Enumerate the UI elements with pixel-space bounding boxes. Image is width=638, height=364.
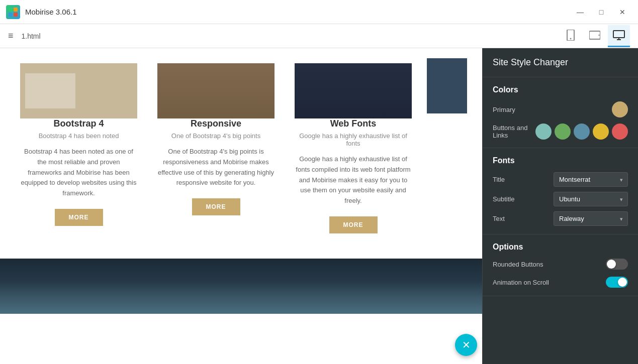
partial-card <box>427 58 467 238</box>
card-3-title: Web Fonts <box>295 118 412 129</box>
fonts-section: Fonts Title Montserrat Roboto Open Sans … <box>483 148 638 234</box>
animation-scroll-label: Animation on Scroll <box>493 279 549 286</box>
rounded-buttons-row: Rounded Buttons <box>493 259 628 270</box>
title-bar-left: Mobirise 3.06.1 <box>6 5 77 19</box>
swatch-blue[interactable] <box>574 124 590 140</box>
rounded-buttons-label: Rounded Buttons <box>493 261 543 268</box>
close-button[interactable]: ✕ <box>613 3 632 22</box>
mobile-view-button[interactable] <box>560 25 582 47</box>
options-section: Options Rounded Buttons Animation on Scr… <box>483 234 638 296</box>
app-title: Mobirise 3.06.1 <box>25 8 77 16</box>
svg-rect-1 <box>14 8 18 12</box>
card-3-body: Google has a highly exhaustive list of f… <box>295 154 412 206</box>
svg-rect-0 <box>9 8 13 12</box>
card-2-body: One of Bootstrap 4's big points is respo… <box>157 147 275 188</box>
main-layout: Bootstrap 4 Bootstrap 4 has been noted B… <box>0 48 638 364</box>
bottom-section <box>0 259 482 314</box>
rounded-buttons-knob <box>607 260 616 269</box>
subtitle-font-label: Subtitle <box>493 195 514 203</box>
app-logo <box>6 5 20 19</box>
animation-scroll-toggle[interactable] <box>606 277 628 288</box>
color-swatches <box>535 124 628 140</box>
card-2-more-button[interactable]: MORE <box>192 198 240 215</box>
svg-point-7 <box>598 35 599 36</box>
text-font-select[interactable]: Raleway Montserrat Ubuntu Roboto Open Sa… <box>554 211 628 226</box>
card-3-more-button[interactable]: MORE <box>329 216 378 233</box>
maximize-button[interactable]: □ <box>592 3 611 22</box>
animation-scroll-knob <box>618 278 627 287</box>
hamburger-menu[interactable]: ≡ <box>8 31 14 41</box>
card-2-title: Responsive <box>157 118 275 129</box>
desktop-view-button[interactable] <box>608 25 630 47</box>
card-1-subtitle: Bootstrap 4 has been noted <box>20 132 137 140</box>
fonts-heading: Fonts <box>493 156 628 165</box>
card-1: Bootstrap 4 Bootstrap 4 has been noted B… <box>15 58 142 238</box>
swatch-yellow[interactable] <box>593 124 609 140</box>
card-3: Web Fonts Google has a highly exhaustive… <box>290 58 417 238</box>
colors-section: Colors Primary Buttons and Links <box>483 77 638 148</box>
title-font-select[interactable]: Montserrat Roboto Open Sans Ubuntu Ralew… <box>554 172 628 187</box>
text-font-row: Text Raleway Montserrat Ubuntu Roboto Op… <box>493 211 628 226</box>
colors-heading: Colors <box>493 85 628 94</box>
card-1-body: Bootstrap 4 has been noted as one of the… <box>20 147 137 199</box>
card-2: Responsive One of Bootstrap 4's big poin… <box>152 58 280 238</box>
subtitle-font-select-wrapper: Ubuntu Montserrat Roboto Open Sans Ralew… <box>554 192 628 206</box>
subtitle-font-row: Subtitle Ubuntu Montserrat Roboto Open S… <box>493 192 628 206</box>
buttons-links-row: Buttons and Links <box>493 124 628 140</box>
subtitle-font-select[interactable]: Ubuntu Montserrat Roboto Open Sans Ralew… <box>554 192 628 206</box>
text-font-select-wrapper: Raleway Montserrat Ubuntu Roboto Open Sa… <box>554 211 628 226</box>
title-bar: Mobirise 3.06.1 — □ ✕ <box>0 0 638 24</box>
card-2-subtitle: One of Bootstrap 4's big points <box>157 132 275 140</box>
card-1-more-button[interactable]: MORE <box>55 209 103 226</box>
minimize-button[interactable]: — <box>571 3 590 22</box>
primary-color-swatch[interactable] <box>612 101 628 117</box>
window-controls: — □ ✕ <box>571 3 632 22</box>
panel-title: Site Style Changer <box>483 48 638 77</box>
swatch-red[interactable] <box>612 124 628 140</box>
title-font-row: Title Montserrat Roboto Open Sans Ubuntu… <box>493 172 628 187</box>
fab-close-icon: ✕ <box>462 339 471 351</box>
cards-section: Bootstrap 4 Bootstrap 4 has been noted B… <box>0 48 482 259</box>
card-1-title: Bootstrap 4 <box>20 118 137 129</box>
tablet-view-button[interactable] <box>584 25 606 47</box>
text-font-label: Text <box>493 215 505 222</box>
card-3-subtitle: Google has a highly exhaustive list of f… <box>295 132 412 147</box>
svg-rect-3 <box>14 13 18 17</box>
partial-card-image <box>427 58 467 113</box>
swatch-teal[interactable] <box>535 124 552 140</box>
fab-close-button[interactable]: ✕ <box>455 334 477 356</box>
card-2-image <box>157 63 275 118</box>
primary-color-row: Primary <box>493 101 628 117</box>
file-name: 1.html <box>22 32 41 40</box>
svg-rect-2 <box>9 13 13 17</box>
card-3-image <box>295 63 412 118</box>
swatch-green[interactable] <box>555 124 571 140</box>
buttons-links-label: Buttons and Links <box>493 124 535 139</box>
device-icons <box>560 25 630 47</box>
svg-rect-8 <box>613 31 624 38</box>
svg-point-5 <box>570 38 572 40</box>
options-heading: Options <box>493 242 628 252</box>
bottom-clouds <box>0 259 482 314</box>
right-panel: Site Style Changer Colors Primary Button… <box>482 48 638 364</box>
primary-label: Primary <box>493 106 515 113</box>
animation-scroll-row: Animation on Scroll <box>493 277 628 288</box>
toolbar: ≡ 1.html <box>0 24 638 48</box>
card-1-image <box>20 63 137 118</box>
title-font-select-wrapper: Montserrat Roboto Open Sans Ubuntu Ralew… <box>554 172 628 187</box>
toolbar-left: ≡ 1.html <box>8 31 41 41</box>
content-area: Bootstrap 4 Bootstrap 4 has been noted B… <box>0 48 482 364</box>
rounded-buttons-toggle[interactable] <box>606 259 628 270</box>
title-font-label: Title <box>493 176 505 183</box>
